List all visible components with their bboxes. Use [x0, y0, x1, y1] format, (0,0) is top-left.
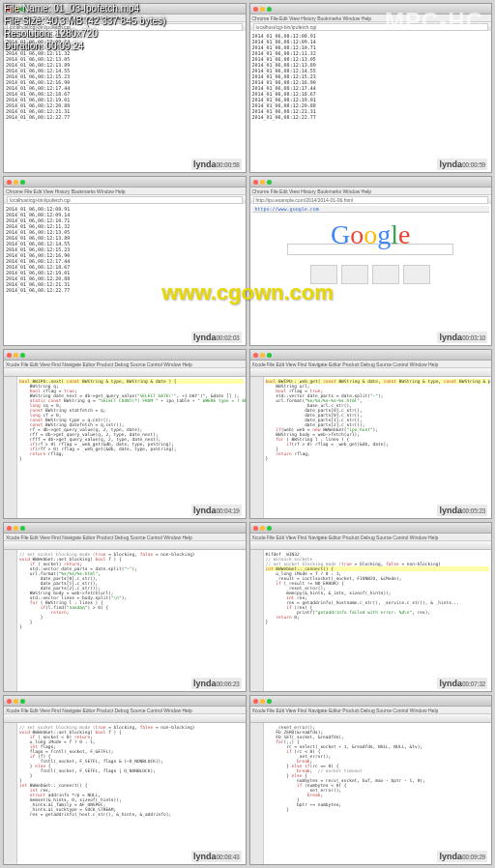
terminal-output: 2014_01_06,08:12:08.912014_01_06,08:12:0… [250, 31, 492, 172]
thumb-5-code: Xcode File Edit View Find Navigate Edito… [3, 349, 247, 519]
thumb-9-code: Xcode File Edit View Find Navigate Edito… [3, 695, 247, 865]
thumb-4-google: Chrome File Edit View History Bookmarks … [249, 176, 493, 346]
chrome-tab[interactable]: https://www.google.com [252, 206, 490, 213]
terminal-output: 2014_01_06,08:12:08.912014_01_06,08:12:0… [4, 204, 246, 345]
code-editor[interactable]: #ifdef _WIN32_// Winsock sockets// set s… [264, 550, 492, 691]
code-editor[interactable]: bool BWIPO::next( const BWString & type,… [17, 377, 246, 518]
url-bar[interactable]: http://ipo.example.com/2014/2014-01-06.h… [253, 196, 489, 204]
thumbnail-grid: Chrome File Edit View History Bookmarks … [0, 0, 495, 868]
shortcut-tile[interactable] [341, 265, 368, 284]
code-editor[interactable]: // set socket blocking mode (true = bloc… [17, 723, 246, 864]
google-page: https://www.google.com Google [250, 204, 492, 345]
watermark: www.cgown.com [161, 280, 334, 305]
shortcut-tile[interactable] [372, 265, 399, 284]
google-logo: Google [252, 232, 490, 238]
code-editor[interactable]: // set socket blocking mode (true = bloc… [17, 550, 246, 691]
code-editor[interactable]: bool BWIPO::_web_get( const BWString & d… [264, 377, 492, 518]
shortcut-tile[interactable] [403, 265, 430, 284]
url-bar[interactable]: localhost/cgi-bin/ipofetch.cgi [7, 196, 243, 204]
file-info-overlay: File Name: 01_03-Ipofetch.mp4 File Size:… [4, 2, 165, 52]
thumb-3: Chrome File Edit View History Bookmarks … [3, 176, 247, 346]
brand-watermark: lynda00:00:58 [191, 159, 242, 170]
thumb-6-code: Xcode File Edit View Find Navigate Edito… [249, 349, 493, 519]
thumb-10-code: Xcode File Edit View Find Navigate Edito… [249, 695, 493, 865]
brand-watermark: lynda00:00:59 [437, 159, 487, 170]
thumb-8-code: Xcode File Edit View Find Navigate Edito… [249, 522, 493, 692]
player-logo: MPC-HC [385, 8, 483, 35]
code-editor[interactable]: _reset_error(); FD_ZERO(&readfds); FD_SE… [264, 723, 492, 864]
thumb-7-code: Xcode File Edit View Find Navigate Edito… [3, 522, 247, 692]
